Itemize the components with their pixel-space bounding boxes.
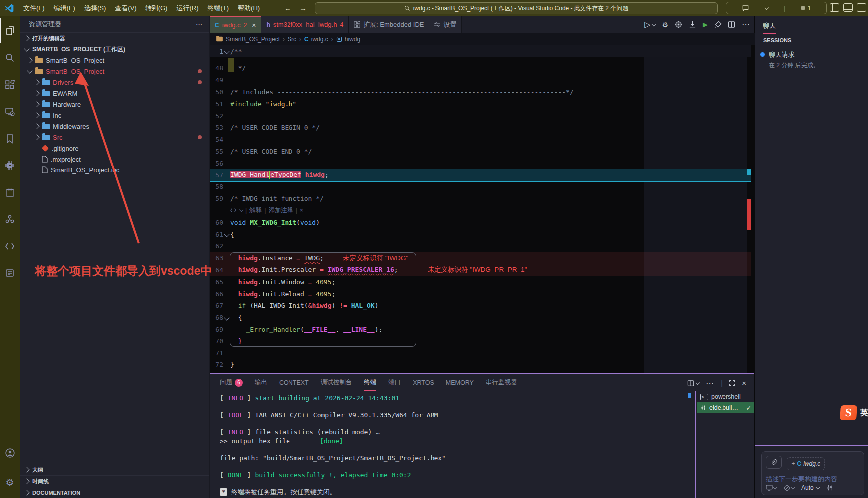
- tab-stm32f0xx_hal_iwdg.h[interactable]: hstm32f0xx_hal_iwdg.h4: [261, 16, 349, 33]
- menu-item[interactable]: 终端(T): [203, 0, 233, 16]
- terminal-sash[interactable]: [695, 391, 696, 498]
- panel-tab-调试控制台[interactable]: 调试控制台: [321, 374, 352, 391]
- inline-chat-actions[interactable]: |解释|添加注释|×: [230, 206, 303, 215]
- sogou-logo-icon[interactable]: S: [840, 405, 857, 420]
- section-DOCUMENTATION[interactable]: DOCUMENTATION: [20, 487, 209, 498]
- context-file-chip[interactable]: + C iwdg.c: [787, 457, 825, 470]
- close-icon[interactable]: ×: [252, 21, 256, 29]
- activity-item-bookmark[interactable]: [0, 126, 20, 151]
- activity-item-calendar[interactable]: [0, 180, 20, 205]
- activity-item-search[interactable]: [0, 45, 20, 70]
- more-actions-icon[interactable]: ⋯: [706, 378, 714, 388]
- section-大纲[interactable]: 大纲: [20, 464, 209, 475]
- tree-item-Middlewares[interactable]: Middlewares: [20, 121, 209, 132]
- clean-brush-icon[interactable]: [714, 21, 722, 28]
- breadcrumb-item[interactable]: Src: [288, 36, 296, 43]
- fold-icon[interactable]: [224, 231, 229, 237]
- close-panel-icon[interactable]: ×: [742, 379, 746, 387]
- tree-item-Drivers[interactable]: Drivers: [20, 77, 209, 88]
- activity-item-files[interactable]: [0, 18, 20, 43]
- panel-tab-MEMORY[interactable]: MEMORY: [446, 374, 474, 391]
- activity-item-extensions[interactable]: [0, 72, 20, 97]
- menu-item[interactable]: 选择(S): [80, 0, 110, 16]
- activity-item-notes[interactable]: [0, 261, 20, 286]
- tab-EmbeddedIDE[interactable]: 扩展: Embedded IDE: [349, 16, 429, 33]
- close-icon[interactable]: ×: [300, 207, 303, 214]
- activity-item-remote-explorer[interactable]: [0, 99, 20, 124]
- tree-item-Inc[interactable]: Inc: [20, 110, 209, 121]
- attach-button[interactable]: [766, 456, 782, 469]
- menu-item[interactable]: 运行(R): [172, 0, 203, 16]
- panel-tab-问题[interactable]: 问题6: [220, 374, 243, 391]
- panel-tab-输出[interactable]: 输出: [255, 374, 267, 391]
- activity-item-device-tree[interactable]: [0, 207, 20, 232]
- terminal-entry-task[interactable]: eide.buil…✓: [697, 402, 754, 413]
- chat-session-item[interactable]: 聊天请求 在 2 分钟 后完成。: [760, 50, 819, 70]
- tree-item-.gitignore[interactable]: .gitignore: [20, 143, 209, 154]
- breadcrumb-item[interactable]: Ciwdg.c: [304, 36, 328, 43]
- tab-[interactable]: 设置: [429, 16, 462, 33]
- workspace-section[interactable]: SMARTB_OS_PROJECT (工作区): [20, 44, 209, 55]
- tree-item-Src[interactable]: Src: [20, 132, 209, 143]
- nav-forward-icon[interactable]: →: [299, 0, 307, 16]
- chip-build-icon[interactable]: [675, 21, 682, 28]
- activity-item-gear[interactable]: ⚙: [0, 470, 20, 495]
- chat-control-pill[interactable]: | 1: [726, 2, 827, 14]
- code-line-57[interactable]: 57IWDG_HandleTypeDef hiwdg;: [210, 169, 751, 181]
- inline-action[interactable]: 解释: [249, 206, 262, 215]
- maximize-panel-icon[interactable]: [729, 380, 735, 386]
- c-file-icon: C: [797, 460, 801, 467]
- command-center[interactable]: iwdg.c - SmartB_OS_Project (工作区) - Visua…: [315, 2, 718, 14]
- inline-action[interactable]: 添加注释: [269, 206, 293, 215]
- tools-icon[interactable]: [826, 484, 833, 491]
- tree-item-.mxproject[interactable]: .mxproject: [20, 154, 209, 165]
- tab-iwdg.c[interactable]: Ciwdg.c2×: [210, 16, 261, 33]
- panel-tab-串行监视器[interactable]: 串行监视器: [486, 374, 517, 391]
- tree-item-SmartB_OS_Project[interactable]: SmartB_OS_Project: [20, 55, 209, 66]
- menu-item[interactable]: 转到(G): [141, 0, 172, 16]
- panel-tab-终端[interactable]: 终端: [364, 374, 376, 391]
- split-editor-icon[interactable]: [728, 21, 735, 28]
- more-actions-icon[interactable]: ⋯: [196, 21, 203, 28]
- mode-button[interactable]: [784, 485, 794, 491]
- breadcrumb-item[interactable]: hiwdg: [336, 36, 360, 43]
- nav-back-icon[interactable]: ←: [284, 0, 291, 16]
- open-editors-section[interactable]: 打开的编辑器: [20, 32, 209, 44]
- gear-icon[interactable]: ⚙: [662, 21, 668, 29]
- terminal-entry-shell[interactable]: >_powershell: [697, 391, 754, 402]
- tree-item-EWARM[interactable]: EWARM: [20, 88, 209, 99]
- toggle-sidebar-icon[interactable]: [830, 3, 839, 12]
- panel-tab-CONTEXT[interactable]: CONTEXT: [279, 374, 309, 391]
- customize-layout-icon[interactable]: [857, 3, 866, 12]
- sticky-scroll-line[interactable]: 1 /**: [210, 45, 751, 58]
- breadcrumb-item[interactable]: SmartB_OS_Project: [216, 36, 280, 43]
- activity-item-chip[interactable]: [0, 153, 20, 178]
- chat-input-box[interactable]: + C iwdg.c 描述下一步要构建的内容 Auto: [761, 451, 864, 495]
- terminal-text: build successfully !, elapsed time 0:0:2: [255, 471, 411, 479]
- section-时间线[interactable]: 时间线: [20, 475, 209, 487]
- menu-item[interactable]: 查看(V): [110, 0, 141, 16]
- activity-item-code-brackets[interactable]: [0, 234, 20, 259]
- activity-item-account[interactable]: [0, 440, 20, 465]
- code-editor[interactable]: 48 */4950/* Includes -------------------…: [210, 57, 751, 373]
- terminal-output[interactable]: [ INFO ] start building at 2026-02-24 14…: [220, 394, 693, 496]
- tree-item-SmartB_OS_Project.ioc[interactable]: SmartB_OS_Project.ioc: [20, 165, 209, 175]
- panel-tab-端口[interactable]: 端口: [388, 374, 401, 391]
- menu-item[interactable]: 文件(F): [19, 0, 49, 16]
- run-menu-button[interactable]: ▷: [644, 20, 655, 29]
- fold-icon[interactable]: [224, 315, 229, 320]
- menu-item[interactable]: 帮助(H): [233, 0, 264, 16]
- tree-item-Hardware[interactable]: Hardware: [20, 99, 209, 110]
- more-actions-icon[interactable]: ⋯: [742, 20, 750, 29]
- menu-item[interactable]: 编辑(E): [49, 0, 80, 16]
- tab-chat[interactable]: 聊天: [763, 21, 776, 33]
- download-icon[interactable]: [689, 21, 696, 28]
- split-terminal-button[interactable]: [687, 380, 699, 387]
- panel-tab-XRTOS[interactable]: XRTOS: [413, 374, 434, 391]
- model-selector[interactable]: Auto: [801, 484, 819, 491]
- run-build-icon[interactable]: ▶: [703, 21, 708, 28]
- breadcrumb-label: iwdg.c: [311, 36, 328, 43]
- tree-item-SmartB_OS_Project[interactable]: SmartB_OS_Project: [20, 66, 209, 77]
- toggle-panel-icon[interactable]: [843, 3, 853, 12]
- target-device-button[interactable]: [766, 485, 777, 491]
